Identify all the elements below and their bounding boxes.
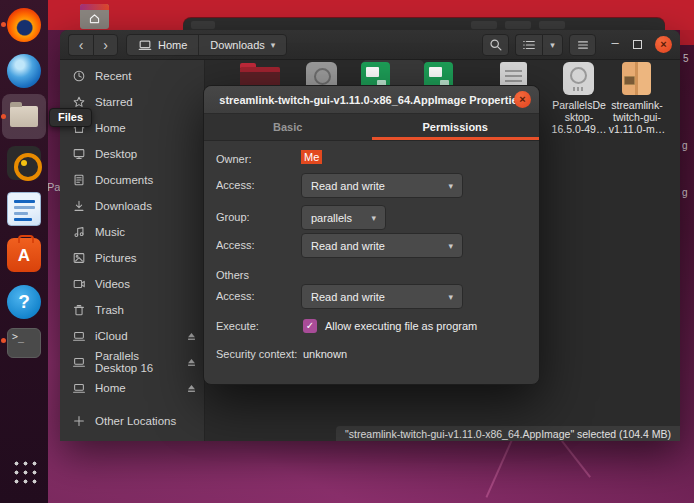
dialog-close-button[interactable]: ×: [514, 91, 531, 108]
sidebar-item-home-drive[interactable]: Home: [60, 375, 204, 401]
pathbar-home-button[interactable]: Home: [127, 35, 198, 55]
sidebar-item-documents[interactable]: Documents: [60, 167, 204, 193]
dock-libreoffice-writer-icon[interactable]: [7, 192, 41, 226]
dock-app-grid-icon[interactable]: [11, 458, 37, 484]
sidebar-item-label: Downloads: [95, 200, 152, 212]
search-icon: [489, 38, 503, 52]
star-icon: [72, 95, 86, 109]
desktop: Pa 5 g g ‹ › Home Downloads ▾: [0, 0, 694, 503]
sidebar-item-label: Home: [95, 382, 126, 394]
document-icon: [72, 173, 86, 187]
chevron-right-icon: ›: [103, 38, 108, 52]
dock-files-icon[interactable]: [7, 100, 41, 134]
sidebar-item-label: Music: [95, 226, 125, 238]
eject-icon[interactable]: [186, 357, 197, 368]
dock-firefox-icon[interactable]: [7, 8, 41, 42]
owner-access-dropdown[interactable]: Read and write ▾: [301, 173, 463, 198]
running-indicator: [1, 114, 6, 119]
group-dropdown[interactable]: parallels ▾: [301, 205, 386, 230]
sidebar-item-label: Trash: [95, 304, 124, 316]
sidebar-item-label: Home: [95, 122, 126, 134]
window-close-button[interactable]: ×: [655, 36, 672, 53]
access-label: Access:: [216, 179, 255, 191]
tab-permissions[interactable]: Permissions: [372, 114, 540, 140]
sidebar-item-label: Desktop: [95, 148, 137, 160]
chevron-down-icon: ▾: [448, 181, 453, 191]
forward-button[interactable]: ›: [93, 34, 118, 56]
sidebar-item-music[interactable]: Music: [60, 219, 204, 245]
sidebar-item-label: Pictures: [95, 252, 137, 264]
background-window-button: [505, 21, 531, 29]
wallpaper-outline: [485, 440, 512, 497]
execute-label: Execute:: [216, 320, 259, 332]
others-header: Others: [216, 269, 249, 281]
sidebar-item-recent[interactable]: Recent: [60, 63, 204, 89]
file-icon-streamlink-appimage[interactable]: [622, 62, 651, 95]
background-window-red-edge: [680, 30, 694, 45]
sidebar-item-parallels-desktop-16[interactable]: Parallels Desktop 16: [60, 349, 204, 375]
tab-basic[interactable]: Basic: [204, 114, 372, 140]
view-list-button[interactable]: [515, 34, 542, 56]
sidebar-item-downloads[interactable]: Downloads: [60, 193, 204, 219]
pathbar: Home Downloads ▾: [126, 34, 287, 56]
list-view-icon: [522, 38, 536, 52]
properties-dialog: streamlink-twitch-gui-v1.11.0-x86_64.App…: [203, 85, 540, 385]
execute-checkbox[interactable]: ✓: [303, 319, 317, 333]
chevron-down-icon: ▾: [448, 292, 453, 302]
video-icon: [72, 277, 86, 291]
background-window-button: [471, 21, 497, 29]
chevron-down-icon: ▾: [271, 40, 276, 50]
dialog-titlebar: streamlink-twitch-gui-v1.11.0-x86_64.App…: [204, 86, 539, 114]
wallpaper-outline: [561, 440, 591, 477]
dock-help-icon[interactable]: ?: [7, 285, 41, 319]
sidebar-item-icloud[interactable]: iCloud: [60, 323, 204, 349]
status-text: "streamlink-twitch-gui-v1.11.0-x86_64.Ap…: [345, 428, 671, 440]
file-icon-parallels-disk-image[interactable]: [563, 62, 594, 95]
sidebar-item-videos[interactable]: Videos: [60, 271, 204, 297]
sidebar-item-label: Recent: [95, 70, 131, 82]
menu-button[interactable]: [569, 34, 596, 56]
status-bar: "streamlink-twitch-gui-v1.11.0-x86_64.Ap…: [336, 426, 680, 441]
sidebar-item-label: Documents: [95, 174, 153, 186]
security-context-label: Security context:: [216, 348, 297, 360]
back-button[interactable]: ‹: [68, 34, 93, 56]
hamburger-icon: [576, 38, 590, 52]
sidebar-item-label: Starred: [95, 96, 133, 108]
drive-icon: [72, 329, 86, 343]
sidebar-item-pictures[interactable]: Pictures: [60, 245, 204, 271]
desktop-label-fragment: g: [682, 140, 688, 151]
desktop-label-fragment: Pa: [47, 181, 60, 193]
dock-ubuntu-software-icon[interactable]: A: [7, 238, 41, 272]
maximize-button[interactable]: [633, 40, 642, 49]
music-note-icon: [72, 225, 86, 239]
plus-icon: [72, 414, 86, 428]
others-access-dropdown[interactable]: Read and write ▾: [301, 284, 463, 309]
access-label: Access:: [216, 290, 255, 302]
desktop-label-fragment: 5: [683, 53, 689, 64]
group-access-dropdown[interactable]: Read and write ▾: [301, 233, 463, 258]
sidebar-item-other-locations[interactable]: Other Locations: [60, 408, 204, 434]
dock-thunderbird-icon[interactable]: [7, 54, 41, 88]
background-window-button: [191, 21, 215, 29]
sidebar-item-label: iCloud: [95, 330, 128, 342]
dock-tooltip-label: Files: [58, 111, 83, 123]
desktop-icon: [72, 147, 86, 161]
eject-icon[interactable]: [186, 383, 197, 394]
search-button[interactable]: [482, 34, 509, 56]
pathbar-location-button[interactable]: Downloads ▾: [198, 35, 286, 55]
sidebar-item-trash[interactable]: Trash: [60, 297, 204, 323]
drive-icon: [72, 381, 86, 395]
minimize-button[interactable]: –: [610, 40, 620, 50]
sidebar-item-desktop[interactable]: Desktop: [60, 141, 204, 167]
dock-rhythmbox-icon[interactable]: [7, 146, 41, 180]
eject-icon[interactable]: [186, 331, 197, 342]
running-indicator: [1, 338, 6, 343]
headerbar: ‹ › Home Downloads ▾: [60, 30, 680, 60]
pathbar-location-label: Downloads: [210, 39, 264, 51]
dock-terminal-icon[interactable]: >_: [7, 328, 41, 358]
group-label: Group:: [216, 211, 250, 223]
drive-icon: [72, 355, 86, 369]
file-label-streamlink[interactable]: streamlink- twitch-gui- v1.11.0-m…: [602, 99, 672, 135]
background-window-button: [539, 21, 565, 29]
view-options-button[interactable]: ▾: [542, 34, 563, 56]
